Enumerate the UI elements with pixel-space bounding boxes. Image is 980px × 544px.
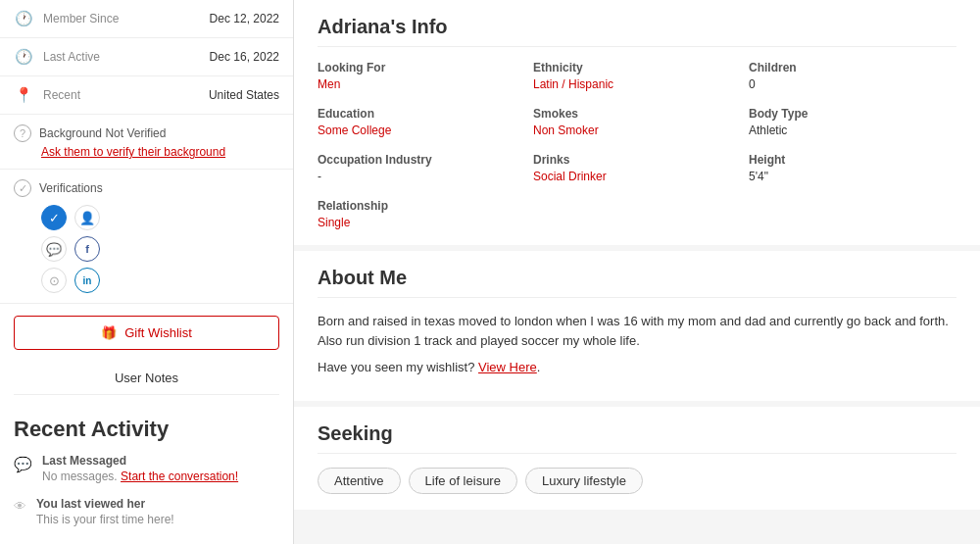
last-active-value: Dec 16, 2022 (210, 50, 279, 64)
gift-wishlist-label: Gift Wishlist (124, 325, 192, 340)
about-text-1: Born and raised in texas moved to london… (318, 312, 956, 350)
recent-row: 📍 Recent United States (0, 76, 293, 115)
recent-activity-title: Recent Activity (14, 417, 279, 442)
seeking-section: Seeking Attentive Life of leisure Luxury… (294, 407, 980, 510)
recent-label: Recent (43, 88, 122, 102)
smokes-label: Smokes (533, 107, 741, 121)
height-label: Height (749, 153, 956, 167)
education-field: Education Some College (318, 107, 525, 137)
last-active-row: 🕐 Last Active Dec 16, 2022 (0, 38, 293, 76)
children-value: 0 (749, 77, 956, 91)
verif-chat-icon[interactable]: 💬 (41, 236, 67, 262)
verifications-section: ✓ Verifications ✓ 👤 💬 f ⊙ in (0, 170, 293, 304)
height-value: 5'4" (749, 170, 956, 183)
smokes-value: Non Smoker (533, 124, 741, 137)
activity-viewed-title: You last viewed her (36, 497, 174, 511)
user-notes-button[interactable]: User Notes (14, 362, 279, 395)
looking-for-label: Looking For (318, 61, 525, 74)
about-section-title: About Me (318, 267, 956, 298)
activity-messaged-title: Last Messaged (42, 454, 238, 468)
recent-activity-section: Recent Activity 💬 Last Messaged No messa… (0, 407, 293, 544)
verif-linkedin-icon[interactable]: in (74, 268, 100, 293)
about-section: About Me Born and raised in texas moved … (294, 251, 980, 401)
occupation-field: Occupation Industry - (318, 153, 525, 183)
smokes-field: Smokes Non Smoker (533, 107, 741, 137)
eye-activity-icon: 👁 (14, 499, 26, 514)
education-label: Education (318, 107, 525, 121)
info-section-title: Adriana's Info (318, 16, 956, 47)
member-since-row: 🕐 Member Since Dec 12, 2022 (0, 0, 293, 38)
occupation-label: Occupation Industry (318, 153, 525, 167)
clock-icon-2: 🕐 (14, 48, 33, 66)
member-since-label: Member Since (43, 12, 122, 25)
children-label: Children (749, 61, 956, 74)
recent-value: United States (209, 88, 279, 102)
verifications-header: ✓ Verifications (14, 179, 279, 197)
verif-checkmark-icon[interactable]: ✓ (41, 205, 67, 230)
relationship-field: Relationship Single (318, 199, 525, 229)
height-field: Height 5'4" (749, 153, 956, 183)
drinks-label: Drinks (533, 153, 741, 167)
drinks-value: Social Drinker (533, 170, 741, 183)
main-content: Adriana's Info Looking For Men Ethnicity… (294, 0, 980, 544)
gift-icon: 🎁 (101, 325, 117, 340)
last-active-label: Last Active (43, 50, 122, 64)
bg-not-verified-title: ? Background Not Verified (14, 124, 279, 142)
location-icon: 📍 (14, 86, 33, 104)
verifications-label: Verifications (39, 181, 103, 195)
occupation-value: - (318, 170, 525, 183)
looking-for-value: Men (318, 77, 525, 91)
activity-viewed-item: 👁 You last viewed her This is your first… (14, 497, 279, 526)
verif-question-icon: ✓ (14, 179, 31, 197)
bg-not-verified-text: Background Not Verified (39, 126, 166, 140)
user-notes-label: User Notes (115, 371, 178, 385)
body-type-label: Body Type (749, 107, 956, 121)
relationship-label: Relationship (318, 199, 525, 213)
activity-viewed-text: You last viewed her This is your first t… (36, 497, 174, 526)
view-here-link[interactable]: View Here (478, 360, 537, 374)
education-value: Some College (318, 124, 525, 137)
verif-facebook-icon[interactable]: f (74, 236, 100, 262)
activity-messaged-text: Last Messaged No messages. Start the con… (42, 454, 238, 483)
clock-icon: 🕐 (14, 10, 33, 27)
body-type-value: Athletic (749, 124, 956, 137)
looking-for-field: Looking For Men (318, 61, 525, 91)
activity-messaged-sub: No messages. Start the conversation! (42, 470, 238, 483)
about-text-2: Have you seen my wishlist? View Here. (318, 358, 956, 377)
info-section: Adriana's Info Looking For Men Ethnicity… (294, 0, 980, 245)
seeking-section-title: Seeking (318, 422, 956, 454)
seeking-tags-container: Attentive Life of leisure Luxury lifesty… (318, 468, 956, 494)
background-not-verified-section: ? Background Not Verified Ask them to ve… (0, 115, 293, 170)
sidebar: 🕐 Member Since Dec 12, 2022 🕐 Last Activ… (0, 0, 294, 544)
seeking-tag-2[interactable]: Luxury lifestyle (525, 468, 643, 494)
verif-icons-grid: ✓ 👤 💬 f ⊙ in (41, 205, 279, 293)
info-grid: Looking For Men Ethnicity Latin / Hispan… (318, 61, 956, 229)
ethnicity-field: Ethnicity Latin / Hispanic (533, 61, 741, 91)
start-conversation-link[interactable]: Start the conversation! (121, 470, 238, 483)
member-since-value: Dec 12, 2022 (210, 12, 279, 25)
bg-verify-link[interactable]: Ask them to verify their background (41, 145, 279, 159)
ethnicity-value: Latin / Hispanic (533, 77, 741, 91)
body-type-field: Body Type Athletic (749, 107, 956, 137)
activity-viewed-sub: This is your first time here! (36, 513, 174, 526)
verif-circle-icon[interactable]: ⊙ (41, 268, 67, 293)
relationship-value: Single (318, 216, 525, 229)
seeking-tag-1[interactable]: Life of leisure (409, 468, 517, 494)
gift-wishlist-button[interactable]: 🎁 Gift Wishlist (14, 316, 279, 350)
seeking-tag-0[interactable]: Attentive (318, 468, 401, 494)
question-icon: ? (14, 124, 31, 142)
children-field: Children 0 (749, 61, 956, 91)
drinks-field: Drinks Social Drinker (533, 153, 741, 183)
activity-messaged-item: 💬 Last Messaged No messages. Start the c… (14, 454, 279, 483)
chat-activity-icon: 💬 (14, 456, 32, 473)
ethnicity-label: Ethnicity (533, 61, 741, 74)
verif-person-icon[interactable]: 👤 (74, 205, 100, 230)
